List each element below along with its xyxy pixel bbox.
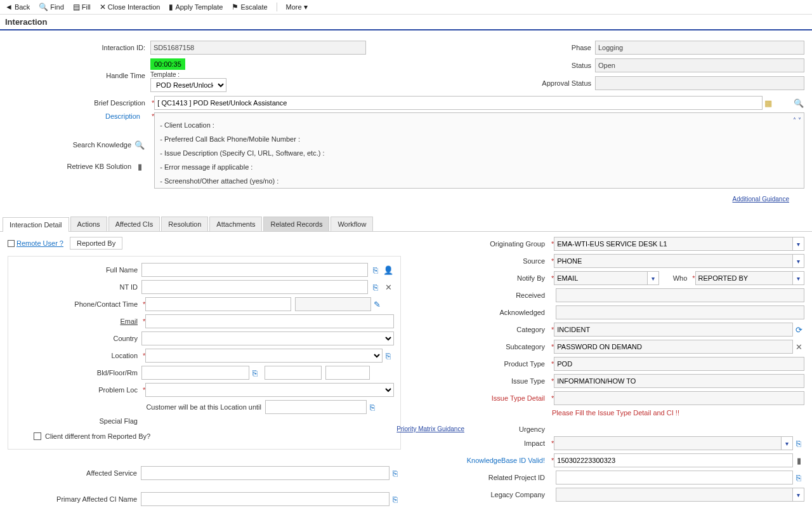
back-button[interactable]: ◄Back — [5, 3, 30, 11]
escalate-button[interactable]: ⚑Escalate — [232, 3, 267, 11]
legacy-field[interactable] — [556, 488, 793, 502]
copy-icon[interactable]: ⎘ — [390, 493, 401, 505]
phase-field[interactable] — [595, 41, 804, 55]
dropdown-icon[interactable]: ▾ — [793, 237, 804, 251]
contact-time-field[interactable] — [295, 297, 371, 311]
db-icon[interactable]: ▮ — [793, 455, 804, 466]
affected-service-field[interactable] — [141, 466, 390, 480]
tab-attachments[interactable]: Attachments — [209, 217, 262, 231]
notes-icon[interactable]: ▦ — [763, 97, 774, 109]
phone-field[interactable] — [145, 297, 291, 311]
copy-icon[interactable]: ⎘ — [370, 281, 381, 293]
clear-icon[interactable]: ✕ — [383, 281, 394, 293]
template-label: Template : — [150, 71, 226, 78]
dropdown-icon[interactable]: ▾ — [793, 271, 804, 285]
kb-valid-field[interactable] — [554, 453, 793, 467]
reported-by-tab[interactable]: Reported By — [70, 237, 122, 250]
fill-button[interactable]: ▤Fill — [73, 3, 91, 11]
related-proj-field[interactable] — [556, 471, 793, 485]
description-textarea[interactable]: ˄ ˅ - Client Location : - Preferred Call… — [154, 112, 804, 189]
close-interaction-button[interactable]: ✕Close Interaction — [100, 3, 160, 11]
ack-label: Acknowledged — [452, 309, 550, 316]
tab-resolution[interactable]: Resolution — [161, 217, 208, 231]
retrieve-kb-label: Retrieve KB Solution — [67, 163, 132, 170]
kb-valid-label: KnowledgeBase ID Valid! — [452, 457, 550, 464]
issue-type-field[interactable] — [554, 374, 804, 388]
tab-actions[interactable]: Actions — [70, 217, 107, 231]
brief-description-field[interactable] — [154, 96, 763, 110]
building-field[interactable] — [141, 366, 249, 380]
clear-icon[interactable]: ✕ — [793, 341, 804, 352]
problem-loc-select[interactable] — [145, 383, 394, 397]
person-icon[interactable]: 👤 — [383, 264, 394, 276]
edit-icon[interactable]: ✎ — [371, 298, 383, 310]
source-field[interactable] — [554, 254, 793, 268]
retrieve-kb-icon[interactable]: ▮ — [134, 161, 145, 172]
scroll-updown-icon[interactable]: ˄ ˅ — [793, 114, 801, 127]
copy-icon[interactable]: ⎘ — [370, 264, 381, 276]
close-icon: ✕ — [100, 3, 106, 11]
nt-id-field[interactable] — [141, 280, 368, 294]
cust-loc-until-field[interactable] — [265, 400, 367, 414]
bld-floor-label: Bld/Floor/Rm — [15, 369, 141, 377]
search-knowledge-icon[interactable]: 🔍 — [134, 139, 145, 150]
tabs-bar: Interaction Detail Actions Affected CIs … — [0, 217, 812, 232]
refresh-icon[interactable]: ⟳ — [793, 324, 804, 335]
tab-workflow[interactable]: Workflow — [331, 217, 373, 231]
room-field[interactable] — [325, 366, 370, 380]
floor-field[interactable] — [265, 366, 322, 380]
calendar-icon[interactable]: ⎘ — [367, 401, 378, 413]
issue-type-detail-field[interactable] — [554, 391, 804, 405]
toolbar-separator — [277, 3, 277, 11]
template-icon: ▮ — [169, 3, 173, 11]
tab-interaction-detail[interactable]: Interaction Detail — [3, 217, 69, 232]
country-select[interactable] — [141, 331, 394, 345]
full-name-field[interactable] — [141, 263, 368, 277]
dropdown-icon[interactable]: ▾ — [793, 488, 804, 502]
received-label: Received — [452, 291, 550, 299]
remote-user-checkbox[interactable]: Remote User ? — [8, 239, 63, 247]
find-button[interactable]: 🔍Find — [39, 3, 63, 11]
nt-id-label: NT ID — [15, 283, 141, 291]
priority-matrix-link[interactable]: Priority Matrix Guidance — [396, 425, 464, 432]
warning-message: Please Fill the Issue Type Detail and CI… — [552, 409, 804, 417]
who-field[interactable] — [695, 271, 793, 285]
dropdown-icon[interactable]: ▾ — [648, 271, 659, 285]
interaction-id-field[interactable] — [150, 41, 366, 55]
additional-guidance-link[interactable]: Additional Guidance — [732, 196, 789, 203]
location-select[interactable] — [145, 349, 383, 363]
orig-group-field[interactable] — [554, 237, 793, 251]
tab-affected-cis[interactable]: Affected CIs — [108, 217, 160, 231]
email-field[interactable] — [145, 314, 394, 328]
copy-icon[interactable]: ⎘ — [793, 438, 804, 449]
detail-left-panel: Remote User ? Reported By Full Name⎘👤 NT… — [8, 237, 401, 508]
dropdown-icon[interactable]: ▾ — [782, 436, 793, 450]
special-flag-label: Special Flag — [15, 417, 141, 425]
ack-field[interactable] — [556, 305, 804, 319]
more-button[interactable]: More▾ — [286, 3, 308, 11]
phase-label: Phase — [532, 44, 595, 51]
category-field[interactable] — [554, 323, 793, 337]
template-select[interactable]: POD Reset/Unlock — [150, 78, 226, 92]
product-type-field[interactable] — [554, 357, 804, 371]
client-diff-checkbox[interactable]: Client different from Reported By? — [34, 432, 394, 440]
copy-icon[interactable]: ⎘ — [249, 367, 261, 378]
primary-ci-name-field[interactable] — [141, 492, 390, 506]
status-field[interactable] — [595, 58, 804, 72]
search-brief-icon[interactable]: 🔍 — [793, 97, 804, 109]
country-label: Country — [15, 335, 141, 342]
interaction-id-label: Interaction ID: — [8, 44, 150, 51]
handle-time-value: 00:00:35 — [150, 58, 185, 70]
approval-status-field[interactable] — [595, 76, 804, 90]
tab-related-records[interactable]: Related Records — [263, 217, 329, 231]
notify-by-field[interactable] — [554, 271, 648, 285]
impact-field[interactable] — [554, 436, 782, 450]
apply-template-button[interactable]: ▮Apply Template — [169, 3, 223, 11]
copy-icon[interactable]: ⎘ — [383, 350, 394, 361]
copy-icon[interactable]: ⎘ — [390, 467, 401, 479]
dropdown-icon[interactable]: ▾ — [793, 254, 804, 268]
received-field[interactable] — [556, 288, 804, 302]
copy-icon[interactable]: ⎘ — [793, 472, 804, 483]
subcategory-field[interactable] — [554, 340, 793, 354]
related-proj-label: Related Project ID — [452, 474, 550, 481]
